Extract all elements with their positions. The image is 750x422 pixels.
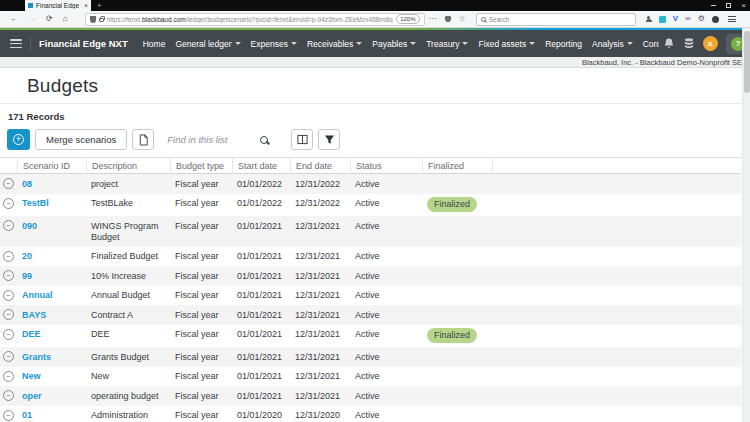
nav-item-control-panel[interactable]: Control panel — [638, 39, 659, 49]
nav-item-label: General ledger — [175, 39, 231, 49]
zoom-level-badge[interactable]: 120% — [396, 14, 419, 24]
description-cell: Administration — [86, 406, 170, 422]
scenario-id-link[interactable]: oper — [22, 391, 42, 401]
minus-circle-icon[interactable]: − — [3, 198, 14, 209]
scenario-id-link[interactable]: DEE — [22, 329, 41, 339]
minus-circle-icon[interactable]: − — [3, 178, 14, 189]
column-header-start-date[interactable]: Start date — [232, 157, 290, 174]
nav-item-expenses[interactable]: Expenses — [246, 39, 302, 49]
column-header-description[interactable]: Description — [86, 157, 170, 174]
column-header-status[interactable]: Status — [350, 157, 422, 174]
row-filler — [492, 325, 741, 334]
nav-item-payables[interactable]: Payables — [367, 39, 421, 49]
minus-circle-icon[interactable]: − — [3, 410, 14, 421]
bookmark-star-icon[interactable]: ☆ — [459, 15, 466, 23]
scenario-id-link[interactable]: 99 — [22, 271, 32, 281]
window-minimize-button[interactable] — [711, 5, 716, 6]
nav-item-fixed-assets[interactable]: Fixed assets — [473, 39, 540, 49]
find-search-icon[interactable] — [260, 136, 268, 144]
column-header-finalized[interactable]: Finalized — [422, 157, 492, 174]
url-bar[interactable]: https://fenxt.blackbaud.com/ledger/budge… — [85, 13, 425, 26]
user-avatar[interactable]: JL — [703, 36, 718, 51]
nav-item-general-ledger[interactable]: General ledger — [170, 39, 245, 49]
minus-circle-icon[interactable]: − — [3, 329, 14, 340]
gear-icon[interactable]: ⚙ — [698, 15, 705, 23]
minus-circle-icon[interactable]: − — [3, 351, 14, 362]
new-tab-button[interactable]: + — [91, 0, 108, 11]
finalized-cell — [422, 174, 492, 183]
lock-icon — [99, 18, 104, 22]
export-button[interactable] — [132, 129, 154, 150]
find-in-list-input[interactable]: Find in this list — [167, 134, 272, 145]
notifications-bell-icon[interactable] — [663, 37, 675, 50]
minus-circle-icon[interactable]: − — [3, 270, 14, 281]
choose-columns-button[interactable] — [291, 129, 313, 150]
nav-item-receivables[interactable]: Receivables — [302, 39, 367, 49]
table-row: −01AdministrationFiscal year01/01/202012… — [0, 406, 741, 422]
back-icon[interactable]: ← — [10, 15, 18, 23]
table-row: −operoperating budgetFiscal year01/01/20… — [0, 386, 741, 406]
app-menu-icon[interactable] — [10, 39, 22, 48]
table-row: −AnnualAnnual BudgetFiscal year01/01/202… — [0, 286, 741, 306]
tab-close-icon[interactable]: × — [84, 2, 88, 9]
database-icon[interactable] — [683, 37, 695, 50]
account-icon[interactable] — [646, 16, 652, 22]
shield-icon[interactable] — [90, 16, 96, 23]
minus-circle-icon[interactable]: − — [3, 371, 14, 382]
nav-item-home[interactable]: Home — [138, 39, 171, 49]
profile-extension-icon[interactable] — [712, 16, 719, 23]
scenario-id-link[interactable]: 20 — [22, 251, 32, 261]
table-row: −BAYSContract AFiscal year01/01/202112/3… — [0, 305, 741, 325]
environment-label: Blackbaud, Inc. - Blackbaud Demo-Nonprof… — [582, 58, 742, 67]
infinity-extension-icon[interactable]: ∞ — [685, 15, 691, 23]
page-scrollbar[interactable] — [742, 28, 750, 422]
column-header-budget-type[interactable]: Budget type — [170, 157, 232, 174]
nav-item-analysis[interactable]: Analysis — [587, 39, 638, 49]
scrollbar-thumb[interactable] — [744, 31, 750, 93]
minus-circle-icon[interactable]: − — [3, 390, 14, 401]
scenario-id-link[interactable]: Grants — [22, 352, 51, 362]
refresh-icon[interactable]: ⟳ — [46, 15, 53, 23]
column-header-scenario-id[interactable]: Scenario ID — [17, 157, 86, 174]
filter-button[interactable] — [318, 129, 340, 150]
browser-menu-icon[interactable] — [728, 16, 736, 22]
nav-items: HomeGeneral ledgerExpensesReceivablesPay… — [138, 39, 659, 49]
home-icon[interactable]: ⌂ — [63, 15, 68, 23]
merge-scenarios-button[interactable]: Merge scenarios — [35, 129, 127, 150]
scenario-id-link[interactable]: New — [22, 371, 41, 381]
nav-divider — [30, 36, 31, 52]
browser-search-input[interactable]: Search — [476, 13, 636, 26]
window-close-button[interactable]: × — [741, 2, 746, 10]
scenario-id-link[interactable]: 090 — [22, 221, 37, 231]
window-maximize-button[interactable] — [726, 3, 731, 8]
nav-item-reporting[interactable]: Reporting — [540, 39, 587, 49]
column-header-end-date[interactable]: End date — [290, 157, 350, 174]
scenario-id-link[interactable]: BAYS — [22, 310, 46, 320]
nav-item-treasury[interactable]: Treasury — [421, 39, 473, 49]
scenario-id-cell: 08 — [17, 174, 86, 194]
pocket-icon[interactable] — [445, 16, 451, 22]
v-extension-icon[interactable]: V — [673, 15, 678, 23]
minus-circle-icon[interactable]: − — [3, 251, 14, 262]
row-remove-cell: − — [0, 174, 17, 193]
scenario-id-link[interactable]: Annual — [22, 290, 53, 300]
finalized-cell — [422, 305, 492, 314]
finalized-cell — [422, 367, 492, 376]
app-brand[interactable]: Financial Edge NXT — [39, 38, 128, 49]
minus-circle-icon[interactable]: − — [3, 220, 14, 231]
forward-icon[interactable]: → — [28, 15, 36, 23]
add-budget-button[interactable]: + — [7, 129, 30, 150]
scenario-id-link[interactable]: 08 — [22, 179, 32, 189]
description-cell: Finalized Budget — [86, 247, 170, 267]
page-actions-icon[interactable]: ⋯ — [429, 15, 437, 23]
row-filler — [492, 367, 741, 376]
container-extension-icon[interactable] — [659, 16, 666, 23]
description-cell: project — [86, 174, 170, 194]
start-date-cell: 01/01/2021 — [232, 367, 290, 387]
minus-circle-icon[interactable]: − — [3, 290, 14, 301]
nav-item-label: Receivables — [307, 39, 353, 49]
scenario-id-link[interactable]: 01 — [22, 410, 32, 420]
scenario-id-link[interactable]: TestBl — [22, 198, 49, 208]
minus-circle-icon[interactable]: − — [3, 309, 14, 320]
browser-tab[interactable]: Financial Edge NXT × — [25, 0, 91, 11]
